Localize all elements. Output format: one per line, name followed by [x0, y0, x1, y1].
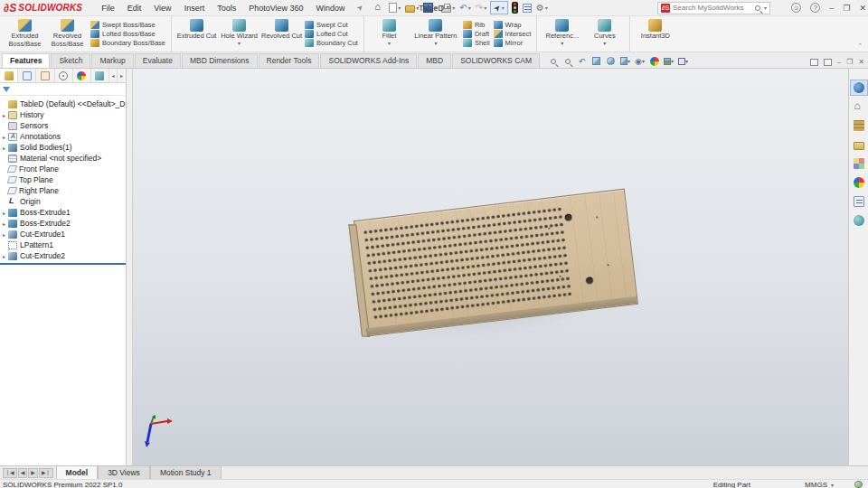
appearances-scenes-button[interactable]	[850, 174, 868, 191]
shell-button[interactable]: Shell	[463, 39, 490, 48]
open-button[interactable]: ▾	[404, 2, 420, 14]
expand-arrow-icon[interactable]: ▸	[0, 145, 8, 151]
zoom-to-area-button[interactable]	[562, 56, 572, 66]
print-button[interactable]: ▾	[440, 2, 456, 14]
pin-menu-icon[interactable]: ➤	[354, 3, 364, 13]
first-tab-button[interactable]: ❘◀	[3, 468, 17, 478]
previous-view-button[interactable]: ↶	[577, 56, 587, 66]
restore-button[interactable]: ❐	[843, 4, 850, 13]
search-box[interactable]: ∂S ▾	[657, 2, 770, 14]
tab-scroll-right-button[interactable]: ▸	[118, 69, 126, 82]
hide-show-items-button[interactable]: ◉▾	[635, 56, 645, 66]
tree-item-cut-extrude2[interactable]: ▸Cut-Extrude2	[0, 250, 126, 261]
property-manager-tab[interactable]	[18, 69, 36, 82]
linear-pattern-button[interactable]: Linear Pattern▾	[410, 17, 461, 51]
pane-split-icon[interactable]	[810, 59, 818, 66]
menu-file[interactable]: File	[95, 4, 121, 13]
minimize-button[interactable]: –	[829, 4, 834, 13]
lofted-boss-base-button[interactable]: Lofted Boss/Base	[90, 29, 165, 38]
pane-split-2-icon[interactable]	[824, 59, 832, 66]
menu-edit[interactable]: Edit	[121, 4, 148, 13]
tab-solidworks-cam[interactable]: SOLIDWORKS CAM	[452, 53, 540, 68]
status-tag-icon[interactable]	[854, 481, 863, 488]
rebuild-button[interactable]	[511, 2, 519, 14]
tree-item-history[interactable]: ▸History	[0, 109, 126, 120]
help-icon[interactable]: ?	[810, 3, 820, 13]
search-input[interactable]	[673, 4, 752, 12]
intersect-button[interactable]: Intersect	[494, 29, 532, 38]
units-selector[interactable]: MMGS▾	[805, 481, 834, 488]
view-settings-button[interactable]: ▾	[678, 56, 688, 66]
revolved-boss-base-button[interactable]: Revolved Boss/Base	[46, 17, 89, 51]
wrap-button[interactable]: Wrap	[494, 20, 532, 29]
select-tool-button[interactable]: ➤▾	[490, 1, 508, 14]
revolved-cut-button[interactable]: Revolved Cut	[260, 17, 303, 51]
save-button[interactable]: ▾	[422, 2, 438, 14]
view-palette-button[interactable]	[850, 155, 868, 172]
design-library-button[interactable]	[850, 117, 868, 134]
reference-geometry-button[interactable]: Referenc...▾	[541, 17, 583, 51]
prev-tab-button[interactable]: ◀	[18, 468, 28, 478]
doc-close-button[interactable]: ✕	[858, 58, 864, 66]
dimxpert-manager-tab[interactable]	[55, 69, 73, 82]
solidworks-resources-button[interactable]	[850, 80, 868, 96]
next-tab-button[interactable]: ▶	[28, 468, 38, 478]
tree-item-annotations[interactable]: ▸Annotations	[0, 131, 126, 142]
mirror-button[interactable]: Mirror	[494, 39, 532, 48]
menu-view[interactable]: View	[147, 4, 177, 13]
menu-photoview360[interactable]: PhotoView 360	[242, 4, 309, 13]
last-tab-button[interactable]: ▶❘	[39, 468, 53, 478]
file-explorer-button[interactable]	[850, 136, 868, 153]
lofted-cut-button[interactable]: Lofted Cut	[305, 29, 358, 38]
display-manager-tab[interactable]	[73, 69, 91, 82]
tree-item-top-plane[interactable]: Top Plane	[0, 174, 126, 185]
tree-item-sensors[interactable]: Sensors	[0, 120, 126, 131]
tree-item-origin[interactable]: Origin	[0, 196, 126, 207]
expand-arrow-icon[interactable]: ▸	[0, 112, 8, 118]
graphics-viewport[interactable]	[133, 69, 848, 465]
menu-tools[interactable]: Tools	[211, 4, 242, 13]
tree-item-boss-extrude1[interactable]: ▸Boss-Extrude1	[0, 207, 126, 218]
solidworks-forum-button[interactable]	[850, 212, 868, 229]
doc-minimize-button[interactable]: –	[837, 58, 841, 66]
redo-button[interactable]: ↷▾	[475, 2, 487, 14]
display-style-button[interactable]: ▾	[620, 56, 630, 66]
edit-appearance-button[interactable]	[649, 56, 659, 66]
tab-markup[interactable]: Markup	[91, 53, 133, 68]
close-button[interactable]: ✕	[859, 4, 866, 13]
apply-scene-button[interactable]: ▾	[664, 56, 674, 66]
swept-boss-base-button[interactable]: Swept Boss/Base	[90, 20, 165, 29]
menu-insert[interactable]: Insert	[178, 4, 212, 13]
file-properties-button[interactable]	[522, 2, 533, 14]
tree-item-right-plane[interactable]: Right Plane	[0, 185, 126, 196]
home-tab-button[interactable]	[850, 99, 868, 115]
search-icon[interactable]	[755, 5, 760, 11]
tab-features[interactable]: Features	[2, 53, 50, 68]
tree-root-item[interactable]: TableD (Default) <<Default>_Displa	[0, 99, 126, 109]
extruded-cut-button[interactable]: Extruded Cut	[175, 17, 218, 51]
tab-mbd[interactable]: MBD	[418, 53, 451, 68]
section-view-button[interactable]	[591, 56, 601, 66]
tab-mbd-dimensions[interactable]: MBD Dimensions	[182, 53, 258, 68]
instant3d-button[interactable]: Instant3D	[634, 17, 676, 51]
expand-arrow-icon[interactable]: ▸	[0, 253, 8, 259]
curves-button[interactable]: Curves▾	[583, 17, 626, 51]
swept-cut-button[interactable]: Swept Cut	[305, 20, 358, 29]
tree-item-front-plane[interactable]: Front Plane	[0, 164, 126, 174]
ribbon-collapse-button[interactable]: ⌃	[857, 42, 863, 50]
chevron-down-icon[interactable]: ▾	[764, 5, 767, 11]
tab-model[interactable]: Model	[56, 465, 99, 479]
cam-manager-tab[interactable]	[91, 69, 109, 82]
tree-item-lpattern1[interactable]: LPattern1	[0, 239, 126, 250]
user-account-icon[interactable]: ☺	[791, 3, 801, 13]
tree-item-cut-extrude1[interactable]: ▸Cut-Extrude1	[0, 229, 126, 239]
tab-sketch[interactable]: Sketch	[51, 53, 90, 68]
expand-arrow-icon[interactable]: ▸	[0, 210, 8, 216]
draft-button[interactable]: Draft	[463, 29, 490, 38]
tree-item-material[interactable]: Material <not specified>	[0, 153, 126, 164]
tab-3d-views[interactable]: 3D Views	[98, 465, 150, 479]
tab-motion-study-1[interactable]: Motion Study 1	[150, 465, 222, 479]
doc-restore-button[interactable]: ❐	[846, 58, 853, 66]
tab-scroll-left-button[interactable]: ◂	[109, 69, 118, 82]
options-button[interactable]: ⚙▾	[535, 2, 549, 14]
